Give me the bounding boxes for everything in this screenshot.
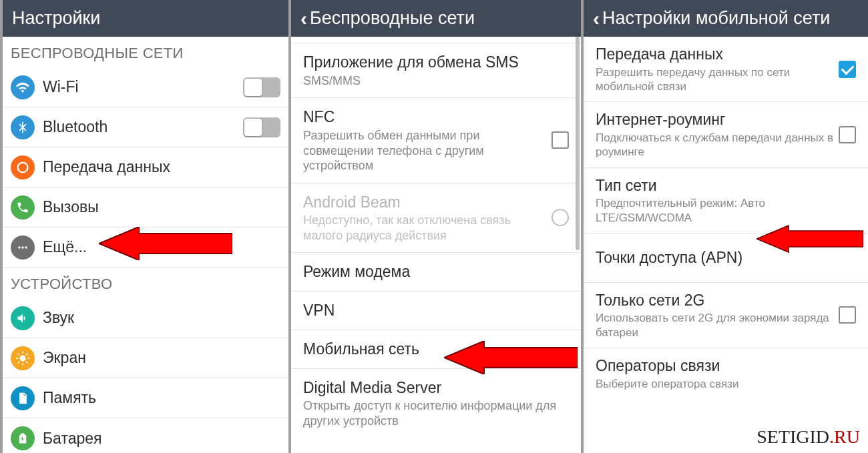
storage-label: Память <box>43 388 280 408</box>
svg-point-3 <box>25 246 27 248</box>
item-android-beam: Android Beam Недоступно, так как отключе… <box>291 183 581 254</box>
back-icon[interactable]: ‹ <box>593 7 600 30</box>
svg-point-2 <box>21 246 23 248</box>
data-usage-label: Передача данных <box>43 157 280 177</box>
svg-line-9 <box>18 353 19 354</box>
item-sound[interactable]: Звук <box>3 298 288 338</box>
section-device: УСТРОЙСТВО <box>3 268 288 298</box>
header-settings: Настройки <box>3 0 288 37</box>
beam-sub: Недоступно, так как отключена связь мало… <box>303 213 552 243</box>
more-label: Ещё... <box>43 238 280 257</box>
mobile-network-panel: ‹ Настройки мобильной сети Передача данн… <box>581 0 868 453</box>
item-sms-app[interactable]: Приложение для обмена SMS SMS/MMS <box>291 43 581 98</box>
svg-point-0 <box>18 162 28 172</box>
mobile-data-title: Передача данных <box>596 45 839 64</box>
watermark-suffix: .RU <box>829 426 860 447</box>
sms-sub: SMS/MMS <box>303 73 569 89</box>
beam-title: Android Beam <box>303 193 552 212</box>
display-label: Экран <box>43 348 280 368</box>
page-title: Настройки мобильной сети <box>602 8 830 29</box>
item-dms[interactable]: Digital Media Server Открыть доступ к но… <box>291 369 581 438</box>
dms-sub: Открыть доступ к носителю информации для… <box>303 398 569 428</box>
dms-title: Digital Media Server <box>303 378 569 398</box>
nfc-checkbox[interactable] <box>552 131 569 149</box>
display-icon <box>11 346 35 370</box>
wifi-toggle[interactable] <box>243 77 280 97</box>
watermark: SETIGID.RU <box>756 426 860 448</box>
item-calls[interactable]: Вызовы <box>3 187 288 228</box>
sound-icon <box>11 306 35 330</box>
only2g-checkbox[interactable] <box>839 306 856 324</box>
svg-point-4 <box>19 355 25 361</box>
item-nfc[interactable]: NFC Разрешить обмен данными при совмещен… <box>291 98 581 183</box>
beam-toggle <box>552 209 569 226</box>
item-more[interactable]: Ещё... <box>3 228 288 268</box>
sound-label: Звук <box>43 308 280 328</box>
calls-label: Вызовы <box>43 197 280 217</box>
item-wifi[interactable]: Wi-Fi <box>3 67 288 107</box>
page-title: Настройки <box>12 8 100 29</box>
bluetooth-label: Bluetooth <box>43 117 238 137</box>
item-roaming[interactable]: Интернет-роуминг Подключаться к службам … <box>584 102 868 167</box>
phone-icon <box>11 195 35 219</box>
item-apn[interactable]: Точки доступа (APN) <box>584 234 868 283</box>
svg-point-1 <box>18 246 20 248</box>
storage-icon <box>11 386 35 410</box>
battery-label: Батарея <box>43 429 280 448</box>
wifi-icon <box>11 75 35 99</box>
svg-line-10 <box>26 362 27 363</box>
data-usage-icon <box>11 155 35 179</box>
item-operators[interactable]: Операторы связи Выберите оператора связи <box>584 348 868 399</box>
operators-title: Операторы связи <box>596 356 856 376</box>
item-mobile-network[interactable]: Мобильная сеть <box>291 330 581 369</box>
watermark-main: SETIGID <box>756 426 829 447</box>
apn-label: Точки доступа (APN) <box>596 248 856 268</box>
nfc-sub: Разрешить обмен данными при совмещении т… <box>303 128 552 173</box>
network-type-sub: Предпочтительный режим: Авто LTE/GSM/WCD… <box>596 196 856 225</box>
mobile-network-label: Мобильная сеть <box>303 340 569 359</box>
mobile-data-sub: Разрешить передачу данных по сети мобиль… <box>596 65 839 94</box>
item-network-type[interactable]: Тип сети Предпочтительный режим: Авто LT… <box>584 168 868 234</box>
operators-sub: Выберите оператора связи <box>596 377 856 391</box>
item-data-usage[interactable]: Передача данных <box>3 147 288 187</box>
vpn-label: VPN <box>303 301 569 320</box>
sms-title: Приложение для обмена SMS <box>303 53 569 72</box>
wifi-label: Wi-Fi <box>43 77 238 97</box>
settings-panel: Настройки БЕСПРОВОДНЫЕ СЕТИ Wi-Fi Blueto… <box>0 0 288 453</box>
network-type-title: Тип сети <box>596 176 856 195</box>
nfc-title: NFC <box>303 107 552 127</box>
bluetooth-toggle[interactable] <box>243 117 280 137</box>
bluetooth-icon <box>11 115 35 139</box>
header-wireless[interactable]: ‹ Беспроводные сети <box>291 0 581 37</box>
only2g-sub: Использовать сети 2G для экономии заряда… <box>596 311 839 340</box>
item-vpn[interactable]: VPN <box>291 292 581 330</box>
item-bluetooth[interactable]: Bluetooth <box>3 107 288 147</box>
page-title: Беспроводные сети <box>310 8 475 29</box>
battery-icon <box>11 426 35 450</box>
item-2g-only[interactable]: Только сети 2G Использовать сети 2G для … <box>584 283 868 348</box>
mobile-data-checkbox[interactable] <box>839 61 856 78</box>
item-mobile-data[interactable]: Передача данных Разрешить передачу данны… <box>584 37 868 102</box>
scrollbar[interactable] <box>576 37 580 250</box>
item-display[interactable]: Экран <box>3 338 288 378</box>
item-storage[interactable]: Память <box>3 378 288 418</box>
only2g-title: Только сети 2G <box>596 291 839 310</box>
roaming-sub: Подключаться к службам передачи данных в… <box>596 131 839 159</box>
more-icon <box>11 236 35 260</box>
svg-line-12 <box>26 353 27 354</box>
wireless-panel: ‹ Беспроводные сети Приложение для обмен… <box>288 0 581 453</box>
back-icon[interactable]: ‹ <box>300 7 307 30</box>
tethering-label: Режим модема <box>303 262 569 282</box>
item-battery[interactable]: Батарея <box>3 418 288 453</box>
roaming-title: Интернет-роуминг <box>596 110 839 129</box>
svg-line-11 <box>18 362 19 363</box>
section-wireless: БЕСПРОВОДНЫЕ СЕТИ <box>3 37 288 67</box>
header-mobile-network[interactable]: ‹ Настройки мобильной сети <box>584 0 868 37</box>
item-tethering[interactable]: Режим модема <box>291 253 581 292</box>
roaming-checkbox[interactable] <box>839 126 856 143</box>
